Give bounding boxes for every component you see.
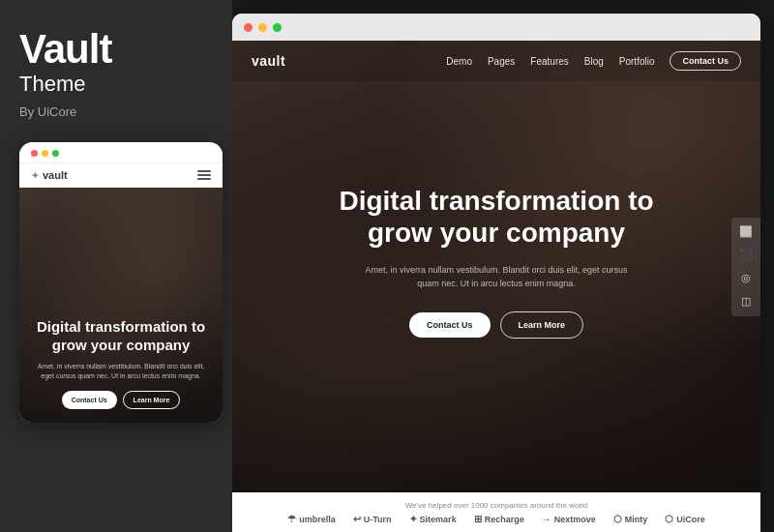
desktop-side-toolbar: ⬜ ⬛ ◎ ◫	[731, 218, 760, 316]
mobile-hero-buttons: Contact Us Learn More	[31, 391, 211, 409]
minty-icon: ⬡	[613, 514, 622, 524]
logo-umbrella-label: umbrella	[299, 515, 336, 524]
desktop-dot-yellow	[258, 23, 267, 32]
logos-row: ☂ umbrella ↩ U-Turn ✦ Sitemark ⊞ Recharg…	[287, 514, 704, 524]
sitemark-icon: ✦	[409, 514, 417, 524]
nav-link-pages[interactable]: Pages	[488, 56, 515, 67]
mobile-dot-yellow	[42, 150, 48, 157]
mobile-nav: ✦ vault	[19, 163, 223, 188]
side-tool-1[interactable]: ⬜	[735, 222, 757, 243]
logo-uturn-label: U-Turn	[364, 515, 392, 524]
logos-bar-caption: We've helped over 1000 companies around …	[405, 501, 588, 510]
logo-nextmove: → Nextmove	[542, 514, 596, 524]
desktop-hero-title: Digital transformation to grow your comp…	[313, 185, 680, 250]
brand-title: Vault	[19, 29, 213, 70]
mobile-dot-red	[31, 150, 38, 157]
logo-uturn: ↩ U-Turn	[353, 514, 392, 524]
logo-uicore: ⬡ UiCore	[665, 514, 705, 524]
desktop-nav-links: Demo Pages Features Blog Portfolio Conta…	[446, 51, 741, 71]
desktop-learn-more-button[interactable]: Learn More	[500, 311, 584, 339]
mobile-title-bar	[19, 142, 223, 163]
left-panel: Vault Theme By UiCore ✦ vault	[0, 0, 232, 532]
mobile-logo-text: vault	[43, 169, 68, 181]
desktop-logos-bar: We've helped over 1000 companies around …	[232, 492, 760, 532]
mobile-hero-content: Digital transformation to grow your comp…	[31, 318, 211, 409]
logo-uicore-label: UiCore	[676, 515, 705, 524]
nav-link-portfolio[interactable]: Portfolio	[619, 56, 655, 67]
mobile-hamburger-icon[interactable]	[197, 170, 211, 180]
desktop-hero-buttons: Contact Us Learn More	[409, 311, 583, 339]
desktop-preview-window: vault Demo Pages Features Blog Portfolio…	[232, 14, 760, 532]
logo-recharge: ⊞ Recharge	[474, 514, 524, 524]
logo-minty: ⬡ Minty	[613, 514, 648, 524]
logo-nextmove-label: Nextmove	[554, 515, 596, 524]
nav-link-blog[interactable]: Blog	[584, 56, 604, 67]
side-tool-4[interactable]: ◫	[735, 291, 757, 312]
umbrella-icon: ☂	[287, 514, 296, 524]
desktop-hero-description: Amet, in viverra nullam vestibulum. Blan…	[361, 263, 632, 291]
mobile-learn-more-button[interactable]: Learn More	[123, 391, 181, 409]
mobile-window-controls	[31, 150, 59, 157]
mobile-hero: Digital transformation to grow your comp…	[19, 188, 223, 423]
desktop-nav: vault Demo Pages Features Blog Portfolio…	[232, 41, 760, 81]
brand-by: By UiCore	[19, 104, 213, 119]
uturn-icon: ↩	[353, 514, 361, 524]
logo-sitemark-label: Sitemark	[420, 515, 457, 524]
uicore-icon: ⬡	[665, 514, 673, 524]
logo-minty-label: Minty	[625, 515, 648, 524]
desktop-dot-red	[244, 23, 253, 32]
nav-link-demo[interactable]: Demo	[446, 56, 472, 67]
desktop-contact-button[interactable]: Contact Us	[409, 312, 491, 338]
side-tool-3[interactable]: ◎	[735, 268, 757, 289]
desktop-title-bar	[232, 14, 760, 41]
mobile-contact-button[interactable]: Contact Us	[62, 391, 117, 409]
desktop-nav-logo: vault	[252, 53, 285, 69]
logo-umbrella: ☂ umbrella	[287, 514, 336, 524]
desktop-nav-contact-button[interactable]: Contact Us	[670, 51, 741, 71]
recharge-icon: ⊞	[474, 514, 482, 524]
desktop-hero: vault Demo Pages Features Blog Portfolio…	[232, 41, 760, 492]
logo-recharge-label: Recharge	[485, 515, 524, 524]
logo-sitemark: ✦ Sitemark	[409, 514, 457, 524]
mobile-hero-description: Amet, in viverra nullam vestibulum. Blan…	[31, 362, 211, 381]
nextmove-icon: →	[542, 514, 551, 524]
desktop-hero-content: Digital transformation to grow your comp…	[232, 41, 760, 492]
mobile-dot-green	[52, 150, 59, 157]
mobile-logo: ✦ vault	[31, 169, 68, 181]
mobile-hero-title: Digital transformation to grow your comp…	[31, 318, 211, 355]
right-panel: vault Demo Pages Features Blog Portfolio…	[232, 0, 774, 532]
desktop-main-area: vault Demo Pages Features Blog Portfolio…	[232, 41, 760, 532]
mobile-preview-card: ✦ vault Digital transformation to grow y…	[19, 142, 223, 423]
nav-link-features[interactable]: Features	[530, 56, 568, 67]
desktop-dot-green	[273, 23, 282, 32]
brand-subtitle: Theme	[19, 72, 213, 97]
side-tool-2[interactable]: ⬛	[735, 245, 757, 266]
mobile-logo-star-icon: ✦	[31, 170, 39, 181]
